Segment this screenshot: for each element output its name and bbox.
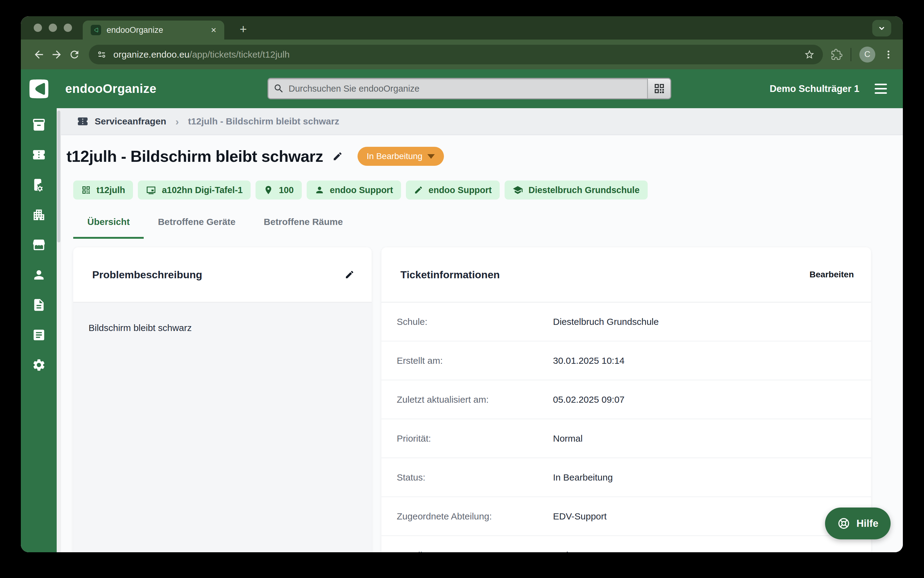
close-window-button[interactable] (34, 24, 42, 32)
forward-icon[interactable] (48, 45, 66, 63)
problem-card-title: Problembeschreibung (92, 269, 202, 281)
qr-scan-button[interactable] (647, 79, 670, 98)
status-badge[interactable]: In Bearbeitung (358, 147, 444, 166)
ticket-information-card: Ticketinformationen Bearbeiten Schule: D… (381, 247, 871, 552)
global-search[interactable] (267, 78, 671, 99)
minimize-window-button[interactable] (49, 24, 57, 32)
breadcrumb-current: t12julh - Bildschirm bleibt schwarz (188, 116, 339, 127)
new-tab-button[interactable]: + (235, 21, 251, 37)
extensions-icon[interactable] (831, 49, 843, 60)
site-info-icon[interactable] (97, 50, 107, 60)
search-icon (273, 83, 284, 94)
tag-room[interactable]: 100 (256, 180, 302, 200)
zoom-window-button[interactable] (64, 24, 72, 32)
sidebar-item-device-management[interactable] (32, 177, 46, 192)
sidebar (21, 108, 57, 552)
problem-description-card: Problembeschreibung Bildschirm bleibt sc… (73, 247, 371, 552)
tab-betroffene-raeume[interactable]: Betroffene Räume (250, 217, 357, 239)
tab-search-button[interactable] (872, 20, 891, 36)
bookmark-star-icon[interactable] (804, 49, 815, 60)
device-icon (146, 185, 156, 195)
menu-icon[interactable] (875, 84, 887, 94)
browser-tab[interactable]: endooOrganize × (83, 21, 224, 39)
info-row-prioritaet: Priorität: Normal (381, 419, 871, 458)
location-pin-icon (263, 185, 273, 195)
edit-info-button[interactable]: Bearbeiten (809, 270, 854, 279)
toolbar-divider (851, 48, 851, 61)
account-name[interactable]: Demo Schulträger 1 (770, 83, 859, 94)
tag-author[interactable]: endoo Support (406, 180, 500, 200)
browser-menu-icon[interactable] (883, 49, 894, 60)
sidebar-item-users[interactable] (32, 268, 46, 282)
sidebar-item-tickets[interactable] (32, 148, 46, 162)
tab-uebersicht[interactable]: Übersicht (73, 217, 144, 239)
info-row-aktualisiert-am: Zuletzt aktualisiert am: 05.02.2025 09:0… (381, 380, 871, 419)
help-button-label: Hilfe (856, 518, 879, 529)
profile-avatar[interactable]: C (859, 47, 875, 63)
person-icon (314, 185, 324, 195)
url-text[interactable]: organize.endoo.eu/app/tickets/ticket/t12… (113, 49, 797, 60)
help-button[interactable]: Hilfe (825, 508, 891, 539)
app-title: endooOrganize (65, 82, 157, 96)
lifebuoy-icon (837, 517, 850, 530)
tag-device[interactable]: a102hn Digi-Tafel-1 (138, 180, 251, 200)
sidebar-item-inventory[interactable] (32, 117, 46, 132)
tag-school[interactable]: Diestelbruch Grundschule (504, 180, 648, 200)
breadcrumb: Serviceanfragen › t12julh - Bildschirm b… (61, 108, 903, 135)
tab-betroffene-geraete[interactable]: Betroffene Geräte (144, 217, 250, 239)
page-title: t12julh - Bildschirm bleibt schwarz (66, 147, 323, 166)
pencil-icon (414, 185, 423, 195)
browser-window: endooOrganize × + organize.endoo.eu/app/… (21, 16, 903, 552)
sidebar-item-documents[interactable] (32, 297, 46, 312)
info-row-status: Status: In Bearbeitung (381, 458, 871, 497)
sidebar-item-buildings[interactable] (32, 208, 46, 222)
scrollbar-thumb[interactable] (57, 110, 60, 242)
info-card-title: Ticketinformationen (400, 269, 500, 281)
qr-code-icon (81, 185, 91, 195)
detail-tabs: Übersicht Betroffene Geräte Betroffene R… (73, 217, 903, 239)
sidebar-item-settings[interactable] (32, 358, 46, 372)
tab-favicon (91, 25, 101, 35)
app-logo[interactable] (21, 69, 57, 108)
info-row-erstellt-am: Erstellt am: 30.01.2025 10:14 (381, 341, 871, 380)
info-row-abteilung: Zugeordnete Abteilung: EDV-Support (381, 497, 871, 536)
problem-description-text: Bildschirm bleibt schwarz (73, 302, 371, 552)
edit-description-icon[interactable] (345, 270, 355, 279)
back-icon[interactable] (30, 45, 48, 63)
edit-title-icon[interactable] (332, 151, 343, 161)
tag-assignee[interactable]: endoo Support (307, 180, 401, 200)
chevron-down-icon (427, 154, 435, 159)
school-icon (512, 185, 523, 195)
ticket-tags: t12julh a102hn Digi-Tafel-1 100 endoo Su… (73, 180, 903, 200)
search-input[interactable] (289, 84, 647, 94)
scrollbar[interactable] (57, 108, 61, 552)
browser-toolbar: organize.endoo.eu/app/tickets/ticket/t12… (21, 39, 903, 69)
tab-close-icon[interactable]: × (211, 26, 216, 35)
breadcrumb-root[interactable]: Serviceanfragen (77, 115, 166, 127)
app-header: endooOrganize Demo Schulträger 1 (21, 69, 903, 108)
browser-actions: C (831, 47, 894, 63)
address-bar[interactable]: organize.endoo.eu/app/tickets/ticket/t12… (89, 45, 823, 64)
main-content: Serviceanfragen › t12julh - Bildschirm b… (61, 108, 903, 552)
reload-icon[interactable] (66, 45, 83, 63)
tag-ticket-id[interactable]: t12julh (73, 180, 133, 200)
sidebar-item-notes[interactable] (32, 328, 46, 342)
ticket-icon (77, 115, 89, 127)
window-controls[interactable] (34, 24, 72, 32)
tab-title: endooOrganize (107, 26, 205, 35)
info-row-erstellt-von: Erstellt von: endoo Support (381, 536, 871, 552)
info-row-schule: Schule: Diestelbruch Grundschule (381, 302, 871, 341)
browser-titlebar: endooOrganize × + (21, 16, 903, 39)
sidebar-item-rooms[interactable] (32, 237, 46, 252)
breadcrumb-separator-icon: › (175, 115, 178, 128)
